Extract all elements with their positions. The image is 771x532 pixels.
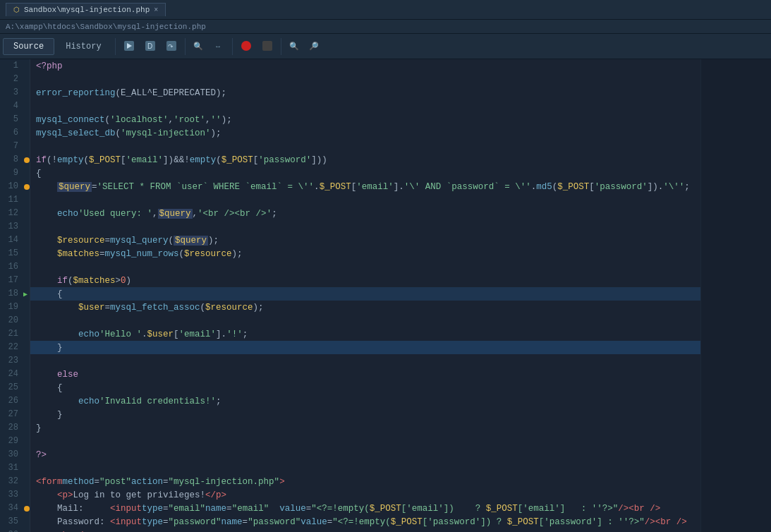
svg-point-7 xyxy=(241,41,251,51)
toolbar-separator-4 xyxy=(281,38,281,55)
bp-14[interactable] xyxy=(24,238,30,243)
toolbar-pause-btn[interactable] xyxy=(257,38,277,55)
bp-7[interactable] xyxy=(24,144,30,150)
bp-2[interactable] xyxy=(24,77,30,83)
stop-icon xyxy=(241,40,252,52)
gutter-row-1: 1 xyxy=(0,59,30,73)
bp-21[interactable] xyxy=(24,332,30,337)
bp-31[interactable] xyxy=(24,466,30,471)
bp-5[interactable] xyxy=(24,117,30,123)
gutter-row-32: 32 xyxy=(0,475,30,488)
toolbar-search-btn[interactable]: 🔍 xyxy=(189,40,207,53)
code-line-27: } xyxy=(30,408,700,421)
bp-13[interactable] xyxy=(24,224,30,230)
svg-text:↔: ↔ xyxy=(214,42,221,50)
tab-label: Sandbox\mysql-injection.php xyxy=(24,6,150,14)
gutter-row-12: 12 xyxy=(0,207,30,220)
bp-33[interactable] xyxy=(24,492,30,498)
bp-20[interactable] xyxy=(24,318,30,324)
code-line-36: <br /> xyxy=(30,528,700,532)
bp-30[interactable] xyxy=(24,452,30,458)
gutter-row-22: 22 xyxy=(0,341,30,354)
gutter-row-3: 3 xyxy=(0,86,30,99)
code-line-17: if ($matches > 0) xyxy=(30,274,700,287)
toolbar-zoom-in-btn[interactable]: 🔍 xyxy=(285,40,303,53)
bp-15[interactable] xyxy=(24,251,30,257)
toolbar-replace-btn[interactable]: ↔ xyxy=(209,38,229,55)
code-line-9: { xyxy=(30,167,700,180)
history-tab[interactable]: History xyxy=(56,39,111,54)
code-line-11 xyxy=(30,193,700,207)
code-line-19: $user = mysql_fetch_assoc($resource); xyxy=(30,301,700,314)
bp-1[interactable] xyxy=(24,64,30,69)
path-bar: A:\xampp\htdocs\Sandbox\mysql-injection.… xyxy=(0,20,771,34)
toolbar-step-over-btn[interactable]: ↷ xyxy=(162,38,181,55)
bp-3[interactable] xyxy=(24,90,30,96)
bp-27[interactable] xyxy=(24,412,30,418)
code-line-12: echo 'Used query: ',$query,'<br /><br />… xyxy=(30,207,700,220)
toolbar-separator-3 xyxy=(232,38,233,55)
code-area[interactable]: <?php error_reporting(E_ALL ^ E_DEPRECAT… xyxy=(30,59,700,532)
bp-12[interactable] xyxy=(24,211,30,217)
code-line-23 xyxy=(30,354,700,368)
bp-23[interactable] xyxy=(24,358,30,364)
code-line-33: <p>Log in to get privileges!</p> xyxy=(30,488,700,502)
code-line-8: if (!empty($_POST['email']) && !empty($_… xyxy=(30,153,700,167)
toolbar-debug-btn[interactable]: D xyxy=(140,38,160,55)
code-line-26: echo 'Invalid credentials!'; xyxy=(30,394,700,408)
bp-9[interactable] xyxy=(24,171,30,176)
close-icon[interactable]: × xyxy=(154,6,158,14)
gutter-row-20: 20 xyxy=(0,314,30,327)
warning-34 xyxy=(24,506,30,512)
bp-26[interactable] xyxy=(24,399,30,404)
bp-25[interactable] xyxy=(24,385,30,391)
gutter-row-24: 24 xyxy=(0,368,30,381)
svg-text:↷: ↷ xyxy=(168,43,174,50)
code-line-21: echo 'Hello '.$user['email'].'!'; xyxy=(30,327,700,341)
bp-24[interactable] xyxy=(24,372,30,377)
bp-19[interactable] xyxy=(24,305,30,310)
bp-32[interactable] xyxy=(24,479,30,485)
toolbar-run-btn[interactable] xyxy=(119,38,139,55)
toolbar-stop-btn[interactable] xyxy=(236,38,256,55)
gutter-row-31: 31 xyxy=(0,461,30,475)
source-tab[interactable]: Source xyxy=(3,38,54,55)
bp-28[interactable] xyxy=(24,425,30,431)
bp-4[interactable] xyxy=(24,104,30,109)
gutter-row-29: 29 xyxy=(0,435,30,448)
code-line-3: error_reporting(E_ALL ^ E_DEPRECATED); xyxy=(30,86,700,99)
bp-35[interactable] xyxy=(24,519,30,525)
editor-tab[interactable]: ⬡ Sandbox\mysql-injection.php × xyxy=(6,3,166,16)
code-line-29 xyxy=(30,435,700,448)
gutter-row-18: 18▶ xyxy=(0,287,30,301)
gutter-row-4: 4 xyxy=(0,99,30,113)
code-line-1: <?php xyxy=(30,59,700,73)
code-line-20 xyxy=(30,314,700,327)
code-line-5: mysql_connect('localhost', 'root', ''); xyxy=(30,113,700,126)
gutter-row-6: 6 xyxy=(0,126,30,140)
bp-16[interactable] xyxy=(24,265,30,270)
gutter-row-13: 13 xyxy=(0,220,30,234)
code-line-7 xyxy=(30,140,700,153)
gutter-row-17: 17 xyxy=(0,274,30,287)
tab-icon: ⬡ xyxy=(13,6,20,14)
title-bar: ⬡ Sandbox\mysql-injection.php × xyxy=(0,0,771,20)
gutter-row-16: 16 xyxy=(0,260,30,274)
bp-11[interactable] xyxy=(24,198,30,203)
code-line-4 xyxy=(30,99,700,113)
gutter-row-33: 33 xyxy=(0,488,30,502)
code-line-35: Password: <input type="password" name="p… xyxy=(30,515,700,528)
bp-22[interactable] xyxy=(24,345,30,351)
toolbar-separator-1 xyxy=(115,38,116,55)
toolbar-zoom-out-btn[interactable]: 🔎 xyxy=(305,40,323,53)
bp-29[interactable] xyxy=(24,439,30,445)
gutter-row-14: 14 xyxy=(0,234,30,247)
step-over-icon: ↷ xyxy=(166,40,177,52)
code-line-24: else xyxy=(30,368,700,381)
code-line-6: mysql_select_db('mysql-injection'); xyxy=(30,126,700,140)
bp-17[interactable] xyxy=(24,278,30,284)
bp-6[interactable] xyxy=(24,131,30,136)
gutter-row-35: 35 xyxy=(0,515,30,528)
svg-text:D: D xyxy=(147,42,152,50)
run-icon xyxy=(123,40,135,52)
